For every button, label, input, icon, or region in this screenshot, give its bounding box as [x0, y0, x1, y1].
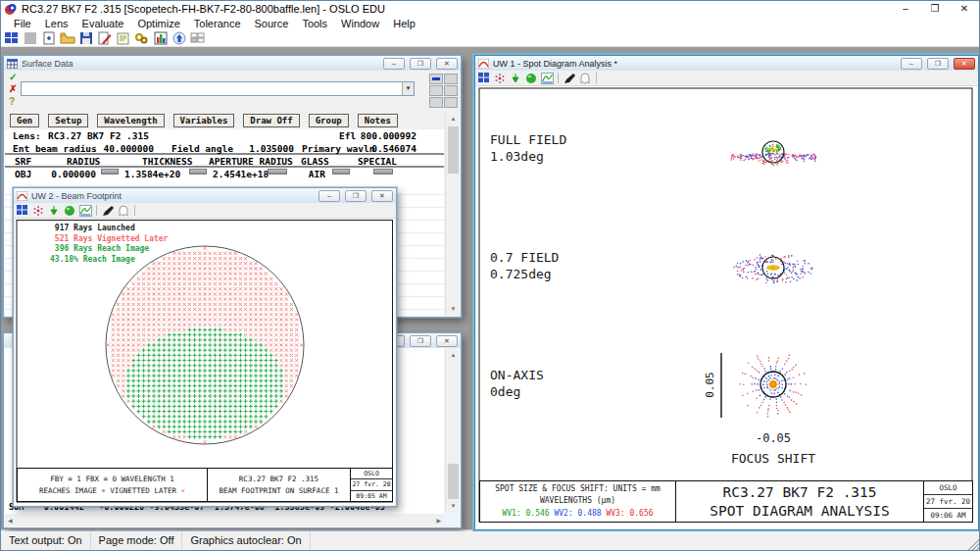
uw1-titlebar[interactable]: UW 1 - Spot Diagram Analysis * – ❐ ✕ — [475, 56, 978, 71]
status-graphics-autoclear: Graphics autoclear: On — [182, 530, 310, 550]
uw1-minimize-button[interactable]: – — [901, 58, 922, 70]
help-icon[interactable]: ? — [9, 96, 20, 107]
field-angle-value[interactable]: 1.035000 — [247, 143, 294, 154]
menu-help[interactable]: Help — [386, 18, 422, 29]
copy-button[interactable] — [444, 85, 458, 96]
scroll-up-icon[interactable]: ▲ — [446, 113, 461, 125]
cell-thickness[interactable]: 1.3584e+20 — [124, 169, 180, 179]
command-dropdown-button[interactable]: ▼ — [402, 82, 414, 95]
tool-button-1[interactable] — [444, 74, 458, 84]
tool-button-3[interactable] — [429, 97, 443, 108]
interlace-grid-icon[interactable] — [189, 30, 206, 46]
cell-aperture[interactable]: 2.4541e+18 — [213, 169, 269, 179]
tab-setup[interactable]: Setup — [48, 114, 88, 127]
aperture-menu-button[interactable] — [268, 169, 287, 175]
notes-icon[interactable] — [115, 30, 131, 46]
ent-beam-value[interactable]: 40.000000 — [103, 143, 154, 154]
optimize-gears-icon[interactable] — [133, 30, 150, 46]
radius-menu-button[interactable] — [101, 169, 119, 175]
menu-source[interactable]: Source — [248, 18, 296, 29]
tile-windows-icon[interactable] — [16, 204, 29, 217]
uw2-titlebar[interactable]: UW 2 - Beam Footprint – ❐ ✕ — [14, 188, 396, 203]
sphere-icon[interactable] — [63, 204, 76, 217]
accept-icon[interactable]: ✓ — [9, 72, 20, 82]
text-vscrollbar[interactable]: ▲ ▼ — [445, 349, 460, 513]
tab-wavelength[interactable]: Wavelength — [97, 114, 164, 127]
text-restore-button[interactable]: ❐ — [410, 335, 431, 347]
uw2-minimize-button[interactable]: – — [318, 190, 340, 202]
scroll-down-icon[interactable]: ▼ — [446, 500, 461, 513]
command-input[interactable] — [22, 82, 402, 95]
cell-radius[interactable]: 0.000000 — [49, 169, 96, 179]
glass-menu-button[interactable] — [332, 169, 350, 175]
tool-button-2[interactable] — [429, 85, 443, 96]
new-lens-icon[interactable] — [40, 30, 57, 46]
pen-tool-icon[interactable] — [563, 72, 576, 84]
spot-diagram-icon[interactable] — [31, 204, 45, 217]
sphere-icon[interactable] — [524, 72, 538, 84]
curve-chart-icon[interactable] — [78, 204, 92, 217]
menu-file[interactable]: File — [7, 18, 38, 29]
uw2-close-button[interactable]: ✕ — [371, 190, 393, 202]
open-lens-icon[interactable] — [59, 30, 75, 46]
uw2-restore-button[interactable]: ❐ — [345, 190, 367, 202]
scroll-left-icon[interactable]: ◀ — [8, 517, 13, 524]
uw2-toolbar — [14, 203, 396, 219]
export-up-icon[interactable] — [171, 30, 187, 46]
surface-vscrollbar[interactable]: ▲ ▼ — [445, 113, 460, 316]
resize-grip[interactable] — [965, 536, 979, 550]
refresh-arrow-icon[interactable] — [509, 72, 522, 84]
app-restore-button[interactable]: ❐ — [920, 1, 950, 17]
tab-draw-off[interactable]: Draw Off — [243, 114, 299, 127]
menu-tools[interactable]: Tools — [295, 18, 334, 29]
spot-diagram-icon[interactable] — [493, 72, 507, 84]
cell-glass[interactable]: AIR — [299, 169, 325, 179]
menu-lens[interactable]: Lens — [38, 18, 75, 29]
graphics-chart-icon[interactable] — [152, 30, 169, 46]
text-hscrollbar[interactable]: ◀ ▶ — [5, 514, 444, 526]
uw1-close-button[interactable]: ✕ — [954, 58, 975, 70]
text-close-button[interactable]: ✕ — [436, 335, 458, 347]
ghost-tool-icon[interactable] — [117, 204, 130, 217]
lens-name-cell[interactable]: RC3.27 BK7 F2 .315 — [48, 130, 149, 141]
edit-check-icon[interactable] — [96, 30, 113, 46]
app-close-button[interactable]: ✕ — [950, 1, 979, 17]
cancel-icon[interactable]: ✗ — [9, 83, 20, 94]
special-menu-button[interactable] — [373, 169, 393, 175]
uw1-restore-button[interactable]: ❐ — [927, 58, 949, 70]
scroll-up-icon[interactable]: ▲ — [446, 349, 461, 362]
menu-optimize[interactable]: Optimize — [130, 18, 186, 29]
app-minimize-button[interactable]: – — [891, 1, 920, 17]
tile-windows-icon[interactable] — [3, 30, 20, 46]
surface-close-button[interactable]: ✕ — [436, 58, 458, 70]
tile-windows-icon[interactable] — [477, 72, 491, 84]
thickness-menu-button[interactable] — [189, 169, 207, 175]
save-lens-icon[interactable] — [77, 30, 94, 46]
tab-gen[interactable]: Gen — [10, 114, 39, 127]
app-titlebar[interactable]: RC3.27 BK7 F2 .315 [Scopetech-FH-BK7-F2-… — [1, 1, 979, 17]
tab-variables[interactable]: Variables — [173, 114, 235, 127]
cell-srf[interactable]: OBJ — [15, 169, 31, 179]
menu-evaluate[interactable]: Evaluate — [75, 18, 131, 29]
draw-button[interactable] — [429, 74, 443, 84]
surface-scroll-thumb[interactable] — [448, 126, 459, 174]
blank-icon[interactable] — [22, 30, 38, 46]
menu-tolerance[interactable]: Tolerance — [187, 18, 248, 29]
pen-tool-icon[interactable] — [101, 204, 115, 217]
menu-window[interactable]: Window — [334, 18, 386, 29]
tab-group[interactable]: Group — [309, 114, 349, 127]
ghost-tool-icon[interactable] — [578, 72, 592, 84]
surface-data-titlebar[interactable]: Surface Data – ❐ ✕ — [4, 56, 461, 71]
scroll-down-icon[interactable]: ▼ — [446, 303, 461, 316]
surface-restore-button[interactable]: ❐ — [410, 58, 431, 70]
menu-bar: File Lens Evaluate Optimize Tolerance So… — [1, 17, 979, 29]
tab-notes[interactable]: Notes — [358, 114, 398, 127]
scroll-right-icon[interactable]: ▶ — [436, 517, 441, 524]
refresh-arrow-icon[interactable] — [47, 204, 61, 217]
curve-chart-icon[interactable] — [540, 72, 554, 84]
surface-minimize-button[interactable]: – — [383, 58, 405, 70]
text-scroll-thumb[interactable] — [448, 464, 459, 499]
paste-button[interactable] — [444, 97, 458, 108]
primary-wavln-value[interactable]: 0.546074 — [371, 143, 416, 154]
graph-window-icon — [17, 191, 27, 201]
